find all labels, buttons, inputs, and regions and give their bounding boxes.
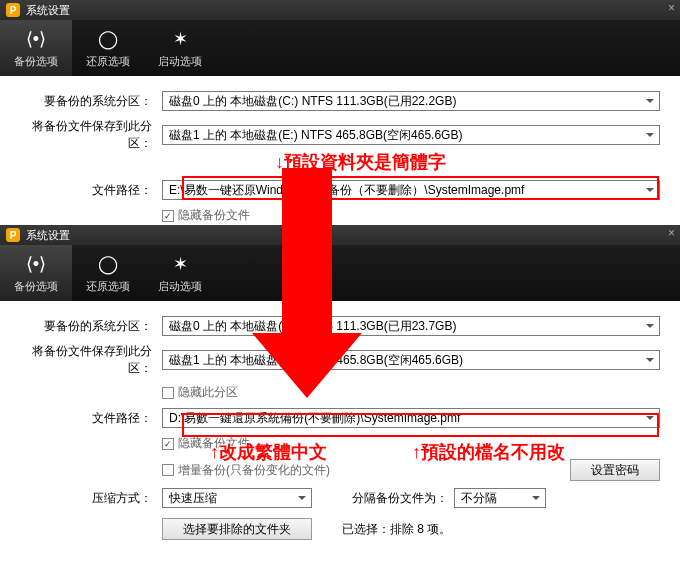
bottom-path-select[interactable]: D:\易數一鍵還原系統備份(不要刪除)\SystemImage.pmf xyxy=(162,408,660,428)
bottom-row-saveto: 将备份文件保存到此分区： 磁盘1 上的 本地磁盘(D:) NTFS 465.8G… xyxy=(20,343,660,377)
bottom-content: 要备份的系统分区： 磁盘0 上的 本地磁盘(C:) NTFS 111.3GB(已… xyxy=(0,301,680,551)
app-icon: P xyxy=(6,228,20,242)
bottom-saveto-select[interactable]: 磁盘1 上的 本地磁盘(D:) NTFS 465.8GB(空闲465.6GB) xyxy=(162,350,660,370)
tab-backup-label: 备份选项 xyxy=(14,54,58,69)
bottom-saveto-label: 将备份文件保存到此分区： xyxy=(20,343,162,377)
bottom-compress-label: 压缩方式： xyxy=(20,490,162,507)
app-icon: P xyxy=(6,3,20,17)
exclude-status: 已选择：排除 8 项。 xyxy=(342,521,451,538)
top-row-path: 文件路径： E:\易数一键还原Windows系统备份（不要删除）\SystemI… xyxy=(20,180,660,200)
bottom-tabbar: ⟨•⟩ 备份选项 ◯ 还原选项 ✶ 启动选项 xyxy=(0,245,680,301)
bottom-path-label: 文件路径： xyxy=(20,410,162,427)
top-hide-label: 隐藏备份文件 xyxy=(178,207,250,224)
top-hide-chk-row[interactable]: ✓ 隐藏备份文件 xyxy=(162,207,250,224)
bottom-partition-select[interactable]: 磁盘0 上的 本地磁盘(C:) NTFS 111.3GB(已用23.7GB) xyxy=(162,316,660,336)
top-window: P 系统设置 × ⟨•⟩ 备份选项 ◯ 还原选项 ✶ 启动选项 要备份的系统分区… xyxy=(0,0,680,228)
bottom-titlebar: P 系统设置 × xyxy=(0,225,680,245)
bottom-hidepart-chk[interactable]: 隐藏此分区 xyxy=(162,384,238,401)
checkbox-checked-icon: ✓ xyxy=(162,210,174,222)
bottom-row-incremental: 增量备份(只备份变化的文件) 设置密码 xyxy=(20,459,660,481)
top-path-select[interactable]: E:\易数一键还原Windows系统备份（不要删除）\SystemImage.p… xyxy=(162,180,660,200)
bottom-row-exclude: 选择要排除的文件夹 已选择：排除 8 项。 xyxy=(20,518,660,540)
bottom-compress-select[interactable]: 快速压缩 xyxy=(162,488,312,508)
tab-label: 还原选项 xyxy=(86,279,130,294)
bottom-incremental-chk[interactable]: 增量备份(只备份变化的文件) xyxy=(162,462,530,479)
checkbox-checked-icon: ✓ xyxy=(162,438,174,450)
tab-restore[interactable]: ◯ 还原选项 xyxy=(72,245,144,301)
restore-icon: ◯ xyxy=(97,253,119,275)
bottom-split-label: 分隔备份文件为： xyxy=(352,490,454,507)
bottom-row-hidebackup: ✓ 隐藏备份文件 xyxy=(20,435,660,452)
set-password-button[interactable]: 设置密码 xyxy=(570,459,660,481)
top-partition-select[interactable]: 磁盘0 上的 本地磁盘(C:) NTFS 111.3GB(已用22.2GB) xyxy=(162,91,660,111)
tab-label: 启动选项 xyxy=(158,279,202,294)
tab-startup-label: 启动选项 xyxy=(158,54,202,69)
broadcast-icon: ⟨•⟩ xyxy=(25,253,47,275)
top-path-label: 文件路径： xyxy=(20,182,162,199)
tab-backup[interactable]: ⟨•⟩ 备份选项 xyxy=(0,20,72,76)
tab-restore-label: 还原选项 xyxy=(86,54,130,69)
bottom-hidepart-label: 隐藏此分区 xyxy=(178,384,238,401)
gear-icon: ✶ xyxy=(169,28,191,50)
bottom-row-hidepart: 隐藏此分区 xyxy=(20,384,660,401)
top-partition-label: 要备份的系统分区： xyxy=(20,93,162,110)
broadcast-icon: ⟨•⟩ xyxy=(25,28,47,50)
bottom-row-path: 文件路径： D:\易數一鍵還原系統備份(不要刪除)\SystemImage.pm… xyxy=(20,408,660,428)
checkbox-icon xyxy=(162,464,174,476)
tab-backup[interactable]: ⟨•⟩ 备份选项 xyxy=(0,245,72,301)
top-row-saveto: 将备份文件保存到此分区： 磁盘1 上的 本地磁盘(E:) NTFS 465.8G… xyxy=(20,118,660,152)
bottom-split-select[interactable]: 不分隔 xyxy=(454,488,546,508)
tab-startup[interactable]: ✶ 启动选项 xyxy=(144,245,216,301)
bottom-partition-label: 要备份的系统分区： xyxy=(20,318,162,335)
close-icon[interactable]: × xyxy=(668,2,675,14)
checkbox-icon xyxy=(162,387,174,399)
top-row-partition: 要备份的系统分区： 磁盘0 上的 本地磁盘(C:) NTFS 111.3GB(已… xyxy=(20,91,660,111)
tab-restore[interactable]: ◯ 还原选项 xyxy=(72,20,144,76)
bottom-window: P 系统设置 × ⟨•⟩ 备份选项 ◯ 还原选项 ✶ 启动选项 要备份的系统分区… xyxy=(0,225,680,567)
top-row-hide: ✓ 隐藏备份文件 xyxy=(20,207,660,224)
gear-icon: ✶ xyxy=(169,253,191,275)
exclude-folders-button[interactable]: 选择要排除的文件夹 xyxy=(162,518,312,540)
top-titlebar: P 系统设置 × xyxy=(0,0,680,20)
bottom-row-partition: 要备份的系统分区： 磁盘0 上的 本地磁盘(C:) NTFS 111.3GB(已… xyxy=(20,316,660,336)
top-content: 要备份的系统分区： 磁盘0 上的 本地磁盘(C:) NTFS 111.3GB(已… xyxy=(0,76,680,235)
bottom-incremental-label: 增量备份(只备份变化的文件) xyxy=(178,462,330,479)
bottom-title-text: 系统设置 xyxy=(26,228,70,243)
top-saveto-label: 将备份文件保存到此分区： xyxy=(20,118,162,152)
bottom-hidebackup-chk[interactable]: ✓ 隐藏备份文件 xyxy=(162,435,250,452)
bottom-hidebackup-label: 隐藏备份文件 xyxy=(178,435,250,452)
bottom-row-compress: 压缩方式： 快速压缩 分隔备份文件为： 不分隔 xyxy=(20,488,660,508)
tab-startup[interactable]: ✶ 启动选项 xyxy=(144,20,216,76)
close-icon[interactable]: × xyxy=(668,227,675,239)
restore-icon: ◯ xyxy=(97,28,119,50)
tab-label: 备份选项 xyxy=(14,279,58,294)
top-tabbar: ⟨•⟩ 备份选项 ◯ 还原选项 ✶ 启动选项 xyxy=(0,20,680,76)
top-title-text: 系统设置 xyxy=(26,3,70,18)
top-saveto-select[interactable]: 磁盘1 上的 本地磁盘(E:) NTFS 465.8GB(空闲465.6GB) xyxy=(162,125,660,145)
